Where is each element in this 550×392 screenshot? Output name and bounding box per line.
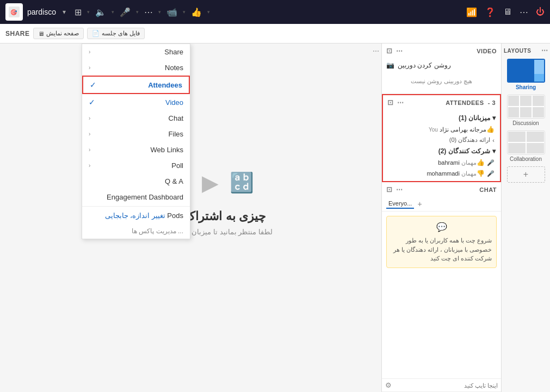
guest-label: مهمان [461, 159, 477, 166]
menu-item-notes[interactable]: › Notes [82, 60, 190, 76]
attendee-row: 👍 مرجانه بهرامی نژاد You [386, 124, 497, 135]
signal-icon: 📶 [466, 7, 477, 17]
add-layout-button[interactable]: + [507, 166, 545, 183]
video-icon[interactable]: 📹 [166, 7, 177, 17]
menu-poll-label: Poll [171, 161, 183, 170]
monitor-small-icon: 🖥 [38, 30, 44, 37]
thumb-icon[interactable]: 👍 [191, 7, 202, 17]
menu-item-weblinks[interactable]: › Web Links [82, 142, 190, 158]
chat-add-button[interactable]: + [417, 200, 422, 208]
layouts-dots-icon[interactable]: ⋯ [541, 47, 548, 54]
menu-item-poll[interactable]: › Poll [82, 158, 190, 173]
menu-item-attendees[interactable]: ✓ Attendees [82, 76, 190, 94]
power-icon[interactable]: ⏻ [536, 7, 545, 17]
expand-arrow-icon[interactable]: › [492, 137, 495, 144]
mic-icon: 🎤 [487, 159, 495, 166]
camera-icon[interactable]: 📷 [386, 61, 394, 69]
attendee-icons: 🎤 👎 [477, 170, 495, 177]
right-panel: ⊡ ⋯ VIDEO روشن کردن دوربین 📷 هیچ دوربینی… [381, 43, 501, 392]
disc-cell [520, 107, 532, 118]
files-button[interactable]: 📄 فایل های جلسه [87, 28, 145, 39]
app-chevron-icon[interactable]: ▾ [63, 8, 66, 16]
attendee-name: مرجانه بهرامی نژاد You [388, 126, 486, 133]
topbar-chevron-6: ▾ [207, 9, 210, 15]
collapse-icon[interactable]: ▾ [492, 114, 496, 122]
chat-body: 💬 شروع چت با همه کاربران یا به طور خصوصی… [382, 211, 501, 378]
layouts-title: LAYOUTS [504, 48, 531, 54]
menu-item-share[interactable]: › Share [82, 44, 190, 60]
video-section: ⊡ ⋯ VIDEO روشن کردن دوربین 📷 هیچ دوربینی… [382, 43, 501, 94]
expand-icon[interactable]: ⊡ [387, 98, 394, 107]
app-logo[interactable]: 🎯 [5, 3, 23, 21]
collaboration-thumb-visual [508, 131, 545, 154]
chat-header-icons: ⊡ ⋯ [386, 185, 403, 194]
sharing-thumb [507, 59, 545, 83]
menu-manage-label: مدیریت پاکس ها ... [132, 227, 183, 235]
video-dots-icon[interactable]: ⋯ [396, 47, 403, 55]
menu-item-engagement[interactable]: Engagement Dashboard [82, 189, 190, 205]
expand-icon[interactable]: ⊡ [386, 185, 393, 194]
divider [82, 206, 190, 207]
video-content: روشن کردن دوربین 📷 هیچ دوربینی روشن نیست [382, 58, 501, 94]
video-title: VIDEO [477, 48, 497, 54]
layout-item-discussion[interactable]: Discussion [507, 95, 545, 126]
cam-row: روشن کردن دوربین 📷 [386, 61, 497, 69]
chat-input[interactable] [394, 382, 498, 389]
sharing-thumb-visual [508, 60, 544, 82]
mic-icon[interactable]: 🎤 [120, 7, 131, 17]
dots-icon[interactable]: ⋯ [520, 7, 528, 17]
you-label: You [429, 127, 438, 133]
disc-cell [532, 107, 545, 118]
collab-cell [508, 131, 526, 142]
attendee-icons: 🎤 👍 [477, 159, 495, 166]
video-empty-text: هیچ دوربینی روشن نیست [386, 72, 497, 90]
disc-cell [508, 107, 520, 118]
chat-dots-icon[interactable]: ⋯ [396, 186, 403, 194]
layout-item-sharing[interactable]: Sharing [507, 59, 545, 90]
topbar-chevron-3: ▾ [136, 9, 139, 15]
presenters-group-label: › ارائه دهندگان (0) [386, 135, 497, 145]
layout-item-collaboration[interactable]: Collaboration [507, 130, 545, 162]
topbar-chevron-2: ▾ [112, 9, 114, 15]
plus-icon: + [523, 170, 528, 179]
menu-item-video[interactable]: ✓ Video [82, 94, 190, 110]
menu-resize-label: تغییر اندازه، جابجایی Pods [105, 211, 184, 220]
collab-cell [508, 142, 526, 154]
dropdown-overlay: › Share › Notes ✓ Attendees [0, 43, 381, 392]
screen-share-button[interactable]: 🖥 صفحه نمایش [33, 28, 84, 39]
video-header: ⊡ ⋯ VIDEO [382, 43, 501, 58]
attendee-icons: 👍 [486, 126, 495, 133]
monitor-icon[interactable]: 🖥 [503, 7, 512, 17]
main-area: › Share › Notes ✓ Attendees [0, 43, 550, 392]
collapse-icon[interactable]: ▾ [492, 147, 496, 155]
disc-row-2 [508, 107, 545, 118]
chat-tab-everyone[interactable]: Everyo... [386, 199, 414, 209]
chat-header: ⊡ ⋯ CHAT [382, 182, 501, 197]
attendee-name: مهمان mohammadi [388, 170, 477, 177]
menu-item-manage[interactable]: مدیریت پاکس ها ... [82, 223, 190, 239]
question-icon[interactable]: ❓ [485, 7, 496, 17]
attendee-name: مهمان bahrami [388, 159, 477, 166]
arrow-icon: › [89, 65, 90, 71]
grid-icon[interactable]: ⊞ [75, 7, 82, 17]
topbar: 🎯 pardisco ▾ ⊞ ▾ 🔈 ▾ 🎤 ▾ ⋯ ▾ 📹 ▾ 👍 ▾ 📶 ❓… [0, 0, 550, 24]
menu-item-resize[interactable]: تغییر اندازه، جابجایی Pods [82, 208, 190, 223]
discussion-thumb-visual [508, 95, 545, 118]
menu-item-chat[interactable]: › Chat [82, 110, 190, 126]
files-label: فایل های جلسه [102, 30, 140, 37]
more-icon[interactable]: ⋯ [144, 7, 153, 17]
menu-item-qa[interactable]: Q & A [82, 173, 190, 189]
check-icon: ✓ [90, 80, 96, 89]
file-icon: 📄 [92, 30, 100, 37]
menu-item-files[interactable]: › Files [82, 126, 190, 142]
disc-row-1 [508, 95, 545, 107]
video-header-icons: ⊡ ⋯ [386, 47, 403, 55]
cam-label: روشن کردن دوربین [398, 61, 451, 69]
settings-icon[interactable]: ⚙ [385, 381, 392, 389]
screen-share-label: صفحه نمایش [46, 30, 79, 37]
expand-icon[interactable]: ⊡ [386, 47, 393, 55]
attendees-header-icons: ⊡ ⋯ [387, 98, 404, 107]
sharing-side-bot [534, 74, 544, 82]
attendees-dots-icon[interactable]: ⋯ [397, 99, 404, 107]
volume-icon[interactable]: 🔈 [95, 7, 106, 17]
